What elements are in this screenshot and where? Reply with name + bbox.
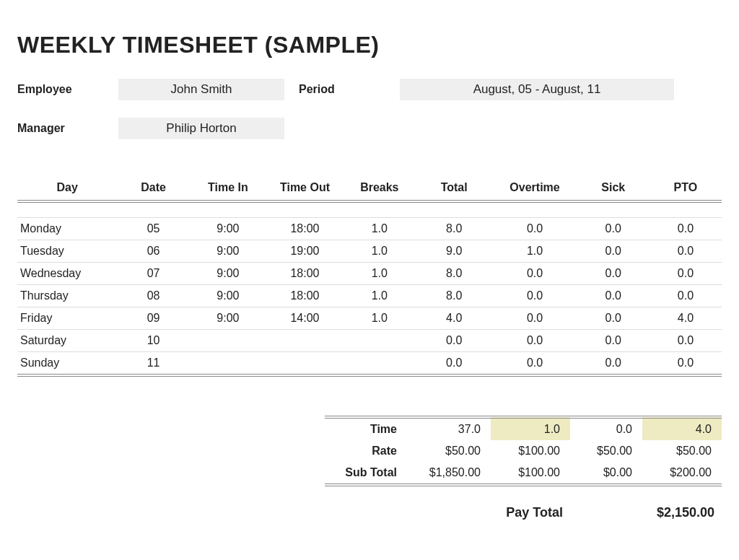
pay-total-value: $2,150.00 [657, 505, 714, 520]
cell-breaks: 1.0 [344, 284, 416, 307]
cell-day: Tuesday [17, 240, 118, 262]
cell-date: 10 [118, 329, 190, 351]
cell-overtime: 0.0 [492, 351, 577, 375]
summary-rate-ot: $100.00 [491, 440, 570, 462]
timesheet-table: Day Date Time In Time Out Breaks Total O… [17, 175, 722, 377]
summary-time-sick: 0.0 [570, 417, 642, 440]
cell-breaks: 1.0 [344, 262, 416, 284]
col-breaks: Breaks [344, 175, 416, 201]
cell-breaks: 1.0 [344, 307, 416, 329]
employee-label: Employee [17, 83, 104, 96]
summary-subtotal-sick: $0.00 [570, 462, 642, 485]
cell-time-out: 19:00 [266, 240, 344, 262]
cell-time-in: 9:00 [190, 240, 267, 262]
cell-time-in: 9:00 [190, 307, 267, 329]
cell-pto: 0.0 [650, 240, 722, 262]
summary-time-label: Time [325, 417, 411, 440]
summary-time-total: 37.0 [411, 417, 491, 440]
cell-time-in: 9:00 [190, 217, 267, 240]
table-row: Thursday089:0018:001.08.00.00.00.0 [17, 284, 722, 307]
summary-table: Time 37.0 1.0 0.0 4.0 Rate $50.00 $100.0… [325, 416, 722, 486]
cell-pto: 4.0 [650, 307, 722, 329]
cell-total: 8.0 [416, 262, 493, 284]
meta-grid: Employee John Smith Period August, 05 - … [17, 79, 722, 139]
cell-total: 8.0 [416, 284, 493, 307]
cell-pto: 0.0 [650, 217, 722, 240]
cell-time-in [190, 351, 267, 375]
summary-subtotal-label: Sub Total [325, 462, 411, 485]
pay-total-label: Pay Total [506, 505, 563, 520]
page-title: WEEKLY TIMESHEET (SAMPLE) [17, 32, 722, 58]
col-time-out: Time Out [266, 175, 344, 201]
cell-day: Friday [17, 307, 118, 329]
table-row: Friday099:0014:001.04.00.00.04.0 [17, 307, 722, 329]
summary-rate-label: Rate [325, 440, 411, 462]
cell-time-out: 14:00 [266, 307, 344, 329]
cell-breaks: 1.0 [344, 240, 416, 262]
cell-breaks [344, 329, 416, 351]
cell-breaks: 1.0 [344, 217, 416, 240]
table-row: Monday059:0018:001.08.00.00.00.0 [17, 217, 722, 240]
cell-sick: 0.0 [577, 307, 650, 329]
period-label: Period [299, 83, 385, 96]
summary-subtotal-ot: $100.00 [491, 462, 570, 485]
summary-subtotal-row: Sub Total $1,850.00 $100.00 $0.00 $200.0… [325, 462, 722, 485]
col-day: Day [17, 175, 118, 201]
cell-date: 08 [118, 284, 190, 307]
summary-time-pto: 4.0 [642, 417, 722, 440]
cell-time-in: 9:00 [190, 284, 267, 307]
col-time-in: Time In [190, 175, 267, 201]
summary-rate-total: $50.00 [411, 440, 491, 462]
cell-day: Saturday [17, 329, 118, 351]
col-pto: PTO [650, 175, 722, 201]
cell-overtime: 0.0 [492, 262, 577, 284]
col-overtime: Overtime [492, 175, 577, 201]
cell-overtime: 0.0 [492, 307, 577, 329]
summary-subtotal-pto: $200.00 [642, 462, 722, 485]
cell-overtime: 1.0 [492, 240, 577, 262]
cell-sick: 0.0 [577, 329, 650, 351]
cell-time-in: 9:00 [190, 262, 267, 284]
cell-date: 11 [118, 351, 190, 375]
cell-date: 07 [118, 262, 190, 284]
cell-time-out: 18:00 [266, 262, 344, 284]
table-header-row: Day Date Time In Time Out Breaks Total O… [17, 175, 722, 201]
manager-label: Manager [17, 122, 104, 135]
table-row: Saturday100.00.00.00.0 [17, 329, 722, 351]
cell-pto: 0.0 [650, 284, 722, 307]
pay-total-row: Pay Total $2,150.00 [17, 505, 722, 520]
employee-value: John Smith [118, 79, 284, 100]
cell-sick: 0.0 [577, 217, 650, 240]
cell-time-out [266, 329, 344, 351]
cell-total: 0.0 [416, 329, 493, 351]
summary-rate-pto: $50.00 [642, 440, 722, 462]
cell-total: 4.0 [416, 307, 493, 329]
summary-subtotal-total: $1,850.00 [411, 462, 491, 485]
cell-date: 09 [118, 307, 190, 329]
col-date: Date [118, 175, 190, 201]
cell-pto: 0.0 [650, 262, 722, 284]
summary-rate-sick: $50.00 [570, 440, 642, 462]
cell-sick: 0.0 [577, 284, 650, 307]
cell-day: Monday [17, 217, 118, 240]
table-row: Tuesday069:0019:001.09.01.00.00.0 [17, 240, 722, 262]
cell-breaks [344, 351, 416, 375]
cell-date: 06 [118, 240, 190, 262]
summary-time-ot: 1.0 [491, 417, 570, 440]
cell-time-out: 18:00 [266, 284, 344, 307]
cell-total: 8.0 [416, 217, 493, 240]
col-sick: Sick [577, 175, 650, 201]
cell-sick: 0.0 [577, 351, 650, 375]
cell-total: 0.0 [416, 351, 493, 375]
cell-sick: 0.0 [577, 262, 650, 284]
summary-rate-row: Rate $50.00 $100.00 $50.00 $50.00 [325, 440, 722, 462]
cell-day: Thursday [17, 284, 118, 307]
cell-date: 05 [118, 217, 190, 240]
table-row: Sunday110.00.00.00.0 [17, 351, 722, 375]
cell-overtime: 0.0 [492, 217, 577, 240]
cell-time-out: 18:00 [266, 217, 344, 240]
cell-day: Wednesday [17, 262, 118, 284]
summary-time-row: Time 37.0 1.0 0.0 4.0 [325, 417, 722, 440]
table-row: Wednesday079:0018:001.08.00.00.00.0 [17, 262, 722, 284]
manager-value: Philip Horton [118, 118, 284, 139]
